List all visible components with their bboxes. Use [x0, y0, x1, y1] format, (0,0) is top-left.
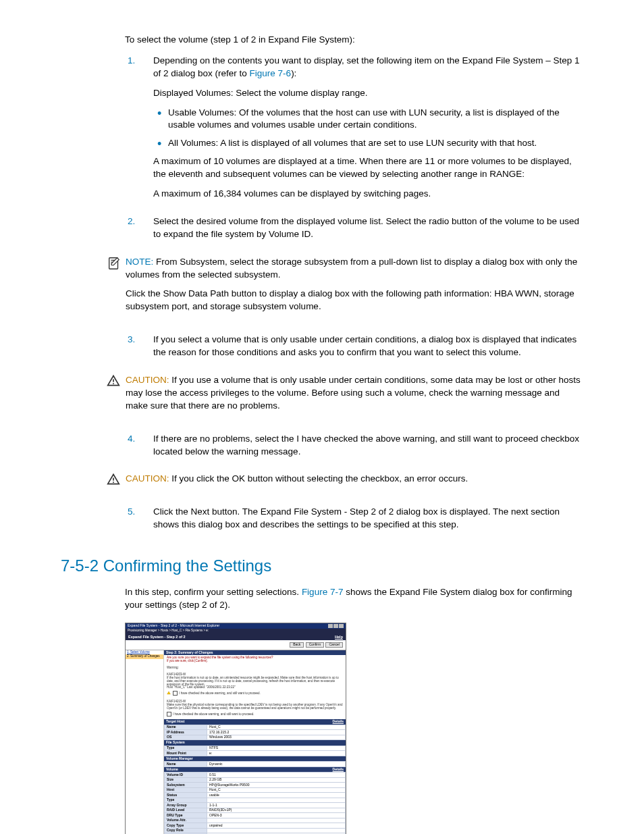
list-num-4: 4.: [125, 433, 153, 446]
ss-side-step1: 1. Select Volume: [126, 650, 163, 655]
svg-rect-3: [113, 478, 114, 481]
ss-breadcrumb: Provisioning Manager > Hosts > Host_C > …: [126, 629, 346, 633]
step1-lead: Depending on the contents you want to di…: [153, 55, 583, 80]
ss-volume-table: Volume ID0.51 Size2.29 GB SubsystemHP@St…: [164, 772, 346, 834]
ss-checkbox-2[interactable]: [167, 712, 171, 716]
ss-volume-manager-table: NameDynamic: [164, 761, 346, 767]
warning-icon: [167, 691, 171, 695]
caution2-body: CAUTION: If you click the OK button with…: [126, 473, 583, 486]
step2-p: Select the desired volume from the displ…: [153, 215, 583, 241]
ss-confirm-button[interactable]: Confirm: [306, 642, 325, 648]
svg-rect-2: [113, 383, 114, 384]
ss-step2-head: Step 2: Summary of Changes: [164, 650, 346, 656]
list-num-1: 1.: [125, 55, 153, 68]
ss-filesystem-table: TypeNTFS Mount Pointe:: [164, 746, 346, 756]
ss-cancel-button[interactable]: Cancel: [325, 642, 343, 648]
figure-7-7-screenshot: Expand File System - Step 2 of 2 - Micro…: [125, 623, 346, 834]
step1-bullet2: All Volumes: A list is displayed of all …: [153, 137, 583, 150]
caution1-body: CAUTION: If you use a volume that is onl…: [126, 374, 583, 413]
figure-7-6-link[interactable]: Figure 7-6: [250, 68, 292, 78]
ss-checkbox-1[interactable]: [173, 691, 178, 696]
note-body: NOTE: From Subsystem, select the storage…: [126, 256, 583, 282]
intro-text: To select the volume (step 1 of 2 in Exp…: [125, 34, 583, 47]
section-heading: 7-5-2 Confirming the Settings: [61, 554, 583, 577]
ss-window-title: Expand File System - Step 2 of 2 - Micro…: [128, 624, 219, 628]
caution-icon: [107, 473, 120, 486]
step5-p: Click the Next button. The Expand File S…: [153, 506, 583, 531]
ss-help: Help: [335, 635, 343, 639]
ss-window-controls: [328, 624, 344, 628]
svg-rect-4: [113, 482, 114, 484]
note-icon: [107, 256, 122, 271]
step1-bullet1: Usable Volumes: Of the volumes that the …: [153, 107, 583, 132]
list-num-5: 5.: [125, 506, 153, 519]
step1-p3: A maximum of 10 volumes are displayed at…: [153, 155, 583, 181]
step3-p: If you select a volume that is only usab…: [153, 334, 583, 359]
note-p2: Click the Show Data Path button to displ…: [126, 288, 583, 313]
step1-p4: A maximum of 16,384 volumes can be displ…: [153, 188, 583, 201]
caution-icon: [107, 374, 120, 388]
step4-p: If there are no problems, select the I h…: [153, 433, 583, 459]
ss-side-step2: 2. Summary of Changes: [126, 654, 163, 659]
step1-p2: Displayed Volumes: Select the volume dis…: [153, 87, 583, 100]
figure-7-7-link-inline[interactable]: Figure 7-7: [302, 587, 344, 597]
list-num-2: 2.: [125, 215, 153, 228]
svg-rect-1: [113, 380, 114, 382]
ss-target-host-table: NameHost_C IP Address172.16.215.2 OSWind…: [164, 725, 346, 741]
ss-subhead: Expand File System - Step 2 of 2: [128, 635, 186, 639]
ss-back-button[interactable]: Back: [290, 642, 304, 648]
list-num-3: 3.: [125, 334, 153, 346]
section-intro: In this step, confirm your setting selec…: [125, 586, 583, 612]
